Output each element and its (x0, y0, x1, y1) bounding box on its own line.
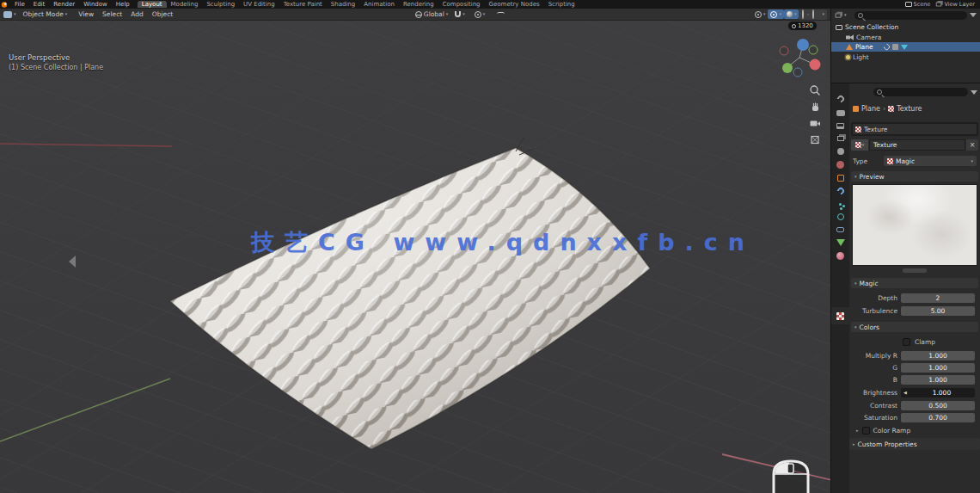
z-axis-ball[interactable] (797, 39, 809, 51)
menu-file[interactable]: File (10, 1, 29, 8)
unlink-texture-button[interactable]: × (966, 139, 978, 151)
multiply-b-input[interactable]: 1.000 (901, 375, 975, 385)
proportional-editing-toggle[interactable]: ▾ (472, 9, 488, 19)
editor-divider-vertical[interactable] (830, 9, 831, 493)
saturation-input[interactable]: 0.700 (901, 413, 975, 422)
outliner-row-scene-collection[interactable]: Scene Collection (831, 22, 980, 32)
displace-modifier-icon[interactable] (901, 45, 908, 50)
workspace-tab-geometry-nodes[interactable]: Geometry Nodes (485, 1, 544, 8)
menu-render[interactable]: Render (49, 1, 79, 8)
x-axis-negative-ball[interactable] (780, 46, 788, 55)
tab-material[interactable] (831, 250, 849, 262)
menu-select[interactable]: Select (98, 10, 126, 18)
workspace-tab-modeling[interactable]: Modeling (167, 1, 203, 8)
properties-search-input[interactable] (873, 88, 968, 96)
camera-view-icon[interactable] (809, 117, 821, 129)
outliner-row-camera[interactable]: Camera (831, 33, 980, 42)
editor-divider-horizontal[interactable] (831, 83, 980, 83)
shading-solid-button[interactable] (807, 14, 809, 15)
preview-resize-grip[interactable] (903, 268, 927, 273)
tab-scene[interactable] (831, 145, 849, 157)
mesh-data-icon[interactable] (892, 44, 898, 50)
decrease-arrow-icon[interactable]: ◀ (903, 390, 907, 395)
texture-type-dropdown[interactable]: Magic ▾ (884, 156, 977, 166)
tab-view-layer[interactable] (831, 132, 849, 145)
scene-selector[interactable]: Scene (905, 1, 931, 8)
mode-selector[interactable]: Object Mode ▾ (23, 10, 68, 18)
workspace-tab-texture-paint[interactable]: Texture Paint (279, 1, 327, 8)
tab-tool[interactable] (831, 93, 849, 105)
multiply-g-input[interactable]: 1.000 (901, 363, 975, 373)
menu-window[interactable]: Window (79, 1, 112, 8)
workspace-tab-uv-editing[interactable]: UV Editing (239, 1, 279, 8)
tab-object[interactable] (831, 172, 849, 184)
tab-particles[interactable] (831, 198, 849, 210)
magic-panel-header[interactable]: ▾ Magic (851, 278, 978, 288)
workspace-tab-shading[interactable]: Shading (327, 1, 359, 8)
clamp-checkbox[interactable] (903, 338, 910, 346)
modifier-wrench-icon[interactable] (882, 43, 891, 52)
tab-world[interactable] (831, 158, 849, 170)
workspace-tab-layout[interactable]: Layout (138, 1, 167, 8)
brightness-input[interactable]: ◀ 1.000 (901, 388, 975, 397)
texture-slot-item[interactable]: Texture (853, 124, 977, 134)
menu-add[interactable]: Add (126, 10, 148, 18)
toolbar-collapse-arrow[interactable] (69, 256, 76, 268)
turbulence-input[interactable]: 5.00 (901, 306, 975, 316)
perspective-toggle-icon[interactable] (809, 133, 821, 145)
navigation-gizmo[interactable] (776, 34, 823, 84)
y-axis-negative-ball[interactable] (809, 46, 818, 54)
shading-rendered-button[interactable] (818, 14, 819, 15)
multiply-r-input[interactable]: 1.000 (901, 351, 975, 361)
editor-type-selector[interactable]: ▾ (3, 11, 16, 18)
color-ramp-checkbox[interactable] (862, 427, 870, 434)
view-layer-selector[interactable]: View Layer (935, 1, 975, 8)
workspace-tab-scripting[interactable]: Scripting (544, 1, 579, 8)
tab-texture-active[interactable] (831, 307, 849, 324)
tab-physics[interactable] (831, 211, 849, 223)
tab-modifiers[interactable] (831, 185, 849, 197)
depth-input[interactable]: 2 (901, 293, 975, 303)
tab-constraints[interactable] (831, 224, 849, 236)
preview-panel-header[interactable]: ▾ Preview (851, 171, 978, 182)
workspace-tab-compositing[interactable]: Compositing (438, 1, 485, 8)
outliner-search-input[interactable] (854, 11, 967, 20)
snap-toggle[interactable]: ▾ (455, 11, 465, 17)
show-gizmo-toggle[interactable]: ▾ (752, 9, 769, 19)
workspace-tab-rendering[interactable]: Rendering (399, 1, 438, 8)
workspace-tab-animation[interactable]: Animation (359, 1, 399, 8)
y-axis-ball[interactable] (782, 63, 793, 73)
outliner-editor-icon[interactable] (836, 13, 842, 17)
breadcrumb-object[interactable]: Plane (861, 105, 880, 113)
filter-funnel-icon[interactable] (971, 90, 977, 95)
tab-object-data[interactable] (831, 237, 849, 249)
texture-browse-button[interactable]: ▾ (851, 139, 868, 151)
filter-funnel-icon[interactable] (970, 13, 977, 17)
xray-toggle[interactable]: ▾ (784, 9, 799, 19)
z-axis-negative-ball[interactable] (793, 68, 802, 77)
x-axis-ball[interactable] (810, 59, 821, 71)
contrast-input[interactable]: 0.500 (901, 401, 975, 410)
menu-edit[interactable]: Edit (29, 1, 50, 8)
texture-name-field[interactable]: Texture (869, 139, 965, 151)
tab-render[interactable] (831, 107, 849, 119)
shading-material-button[interactable] (812, 9, 815, 19)
show-overlays-toggle[interactable]: ▾ (768, 9, 784, 19)
menu-help[interactable]: Help (112, 1, 134, 8)
tab-output[interactable] (831, 120, 849, 132)
blender-logo-icon[interactable] (0, 1, 10, 9)
colors-panel-header[interactable]: ▾ Colors (851, 322, 978, 332)
menu-view[interactable]: View (74, 10, 98, 18)
falloff-selector[interactable] (494, 9, 507, 19)
menu-object[interactable]: Object (148, 10, 177, 18)
zoom-tool-icon[interactable] (809, 84, 821, 96)
breadcrumb-texture[interactable]: Texture (897, 105, 922, 113)
custom-properties-panel-header[interactable]: ▸ Custom Properties (849, 438, 980, 450)
transform-orientation-selector[interactable]: Global ▾ (415, 10, 448, 18)
shading-wireframe-button[interactable] (801, 9, 805, 19)
outliner-row-plane[interactable]: Plane (831, 42, 980, 52)
color-ramp-subpanel[interactable]: ▸ Color Ramp (856, 425, 910, 435)
move-view-hand-icon[interactable] (809, 101, 821, 113)
workspace-tab-sculpting[interactable]: Sculpting (202, 1, 239, 8)
outliner-row-light[interactable]: Light (831, 52, 980, 62)
